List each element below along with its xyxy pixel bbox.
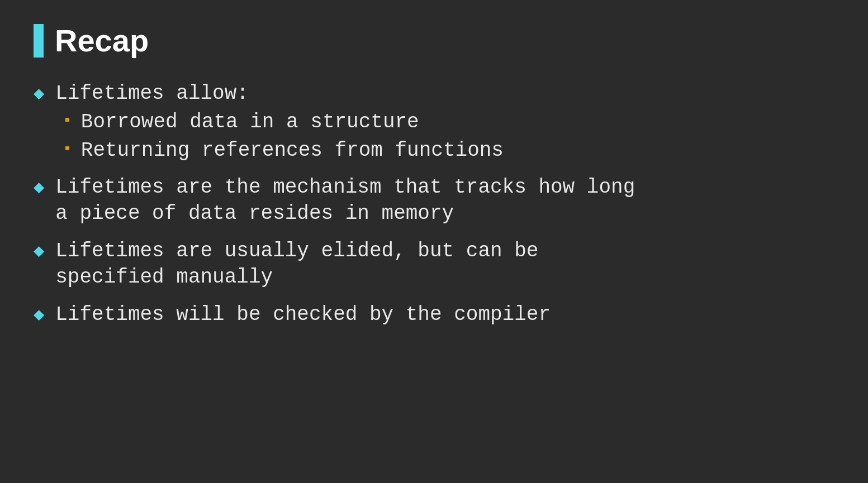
title-accent-bar [34,24,44,58]
sub-item-returning-references: ▪ Returning references from functions [63,138,834,164]
bullet-list: ◆ Lifetimes allow: ▪ Borrowed data in a … [34,81,834,328]
bullet-text-lifetimes-mechanism: Lifetimes are the mechanism that tracks … [55,175,635,227]
sub-bullet-icon-2: ▪ [63,141,72,157]
sub-item-borrowed-data: ▪ Borrowed data in a structure [63,109,834,136]
sub-items-lifetimes-allow: ▪ Borrowed data in a structure ▪ Returni… [63,109,834,164]
diamond-icon-3: ◆ [34,243,44,261]
bullet-text-lifetimes-compiler: Lifetimes will be checked by the compile… [55,302,551,328]
diamond-icon-4: ◆ [34,307,44,324]
diamond-icon-1: ◆ [34,85,44,103]
sub-text-returning-references: Returning references from functions [81,138,504,164]
bullet-text-lifetimes-allow: Lifetimes allow: [55,81,249,107]
sub-bullet-icon-1: ▪ [63,113,72,128]
diamond-icon-2: ◆ [34,179,44,197]
bullet-item-lifetimes-compiler: ◆ Lifetimes will be checked by the compi… [34,302,834,328]
slide-header: Recap [34,22,834,59]
sub-text-borrowed-data: Borrowed data in a structure [81,109,419,136]
bullet-item-lifetimes-mechanism: ◆ Lifetimes are the mechanism that track… [34,175,834,227]
bullet-group-lifetimes-allow: ◆ Lifetimes allow: ▪ Borrowed data in a … [34,81,834,164]
bullet-item-lifetimes-allow: ◆ Lifetimes allow: [34,81,834,107]
bullet-item-lifetimes-elided: ◆ Lifetimes are usually elided, but can … [34,238,834,291]
slide-title: Recap [55,22,149,59]
bullet-text-lifetimes-elided: Lifetimes are usually elided, but can be… [55,238,538,291]
